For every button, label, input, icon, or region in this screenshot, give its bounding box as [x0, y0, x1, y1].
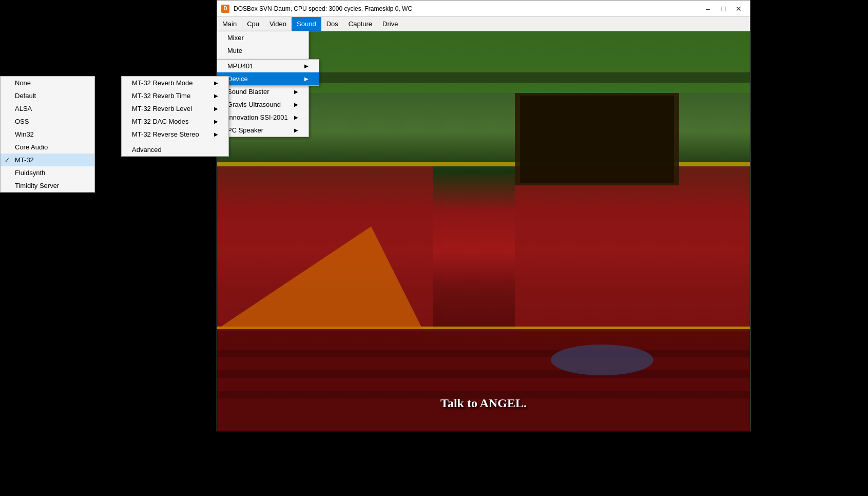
minimize-button[interactable]: –: [701, 3, 715, 14]
midi-submenu: MPU401 ▶ Device ▶: [217, 59, 319, 86]
menu-bar: Main Cpu Video Sound Dos Capture Drive: [217, 17, 750, 31]
device-mt32[interactable]: ✓ MT-32: [1, 154, 94, 166]
device-win32[interactable]: Win32: [1, 128, 94, 141]
device-mt32-reverse-stereo[interactable]: MT-32 Reverse Stereo ▶: [122, 128, 228, 141]
menu-main[interactable]: Main: [217, 17, 242, 31]
device-default[interactable]: Default: [1, 89, 94, 102]
menu-cpu[interactable]: Cpu: [242, 17, 264, 31]
sound-menu-innovation[interactable]: Innovation SSI-2001 ▶: [217, 111, 308, 124]
reverse-stereo-arrow-icon: ▶: [214, 131, 218, 137]
device-none[interactable]: None: [1, 77, 94, 89]
game-subtitle: Talk to ANGEL.: [440, 396, 527, 410]
device-mt32-dac-modes[interactable]: MT-32 DAC Modes ▶: [122, 115, 228, 128]
svg-rect-8: [217, 370, 750, 378]
device-alsa[interactable]: ALSA: [1, 102, 94, 115]
svg-rect-6: [217, 329, 750, 431]
reverb-level-arrow-icon: ▶: [214, 106, 218, 111]
reverb-time-arrow-icon: ▶: [214, 93, 218, 99]
device-submenu: MT-32 Reverb Mode ▶ MT-32 Reverb Time ▶ …: [121, 76, 229, 157]
svg-rect-3: [515, 165, 750, 329]
device-separator: [122, 142, 228, 142]
menu-video[interactable]: Video: [264, 17, 292, 31]
sound-menu-gravis[interactable]: Gravis Ultrasound ▶: [217, 98, 308, 111]
svg-rect-11: [520, 96, 674, 183]
device-oss[interactable]: OSS: [1, 115, 94, 128]
mpu401-arrow-icon: ▶: [304, 63, 308, 69]
device-timidity[interactable]: Timidity Server: [1, 179, 94, 192]
device-advanced[interactable]: Advanced: [122, 143, 228, 156]
maximize-button[interactable]: □: [716, 3, 730, 14]
menu-capture[interactable]: Capture: [343, 17, 377, 31]
dac-modes-arrow-icon: ▶: [214, 119, 218, 124]
window-title: DOSBox SVN-Daum, CPU speed: 3000 cycles,…: [234, 5, 701, 12]
device-mt32-reverb-time[interactable]: MT-32 Reverb Time ▶: [122, 89, 228, 102]
svg-rect-7: [217, 350, 750, 357]
sound-menu-pc-speaker[interactable]: PC Speaker ▶: [217, 124, 308, 137]
device-arrow-icon: ▶: [304, 76, 308, 82]
device-core-audio[interactable]: Core Audio: [1, 141, 94, 154]
menu-sound[interactable]: Sound: [292, 17, 321, 31]
reverb-mode-arrow-icon: ▶: [214, 80, 218, 86]
midi-device[interactable]: Device ▶: [217, 72, 319, 85]
gravis-arrow-icon: ▶: [294, 102, 298, 107]
sound-menu-mute[interactable]: Mute: [217, 44, 308, 57]
innovation-arrow-icon: ▶: [294, 115, 298, 120]
sound-menu-sound-blaster[interactable]: Sound Blaster ▶: [217, 85, 308, 98]
dosbox-icon: D: [221, 5, 229, 13]
midi-device-list: None Default ALSA OSS Win32 Core Audio ✓…: [0, 76, 95, 193]
midi-mpu401[interactable]: MPU401 ▶: [217, 60, 319, 72]
window-controls: – □ ✕: [701, 3, 746, 14]
sb-arrow-icon: ▶: [294, 89, 298, 94]
svg-point-12: [551, 345, 653, 375]
device-fluidsynth[interactable]: Fluidsynth: [1, 166, 94, 179]
sound-menu-mixer[interactable]: Mixer: [217, 31, 308, 44]
device-mt32-reverb-mode[interactable]: MT-32 Reverb Mode ▶: [122, 77, 228, 89]
pc-speaker-arrow-icon: ▶: [294, 127, 298, 133]
menu-dos[interactable]: Dos: [321, 17, 343, 31]
mt32-checkmark: ✓: [5, 157, 13, 164]
close-button[interactable]: ✕: [731, 3, 746, 14]
menu-drive[interactable]: Drive: [377, 17, 403, 31]
title-bar: D DOSBox SVN-Daum, CPU speed: 3000 cycle…: [217, 1, 750, 17]
device-mt32-reverb-level[interactable]: MT-32 Reverb Level ▶: [122, 102, 228, 115]
